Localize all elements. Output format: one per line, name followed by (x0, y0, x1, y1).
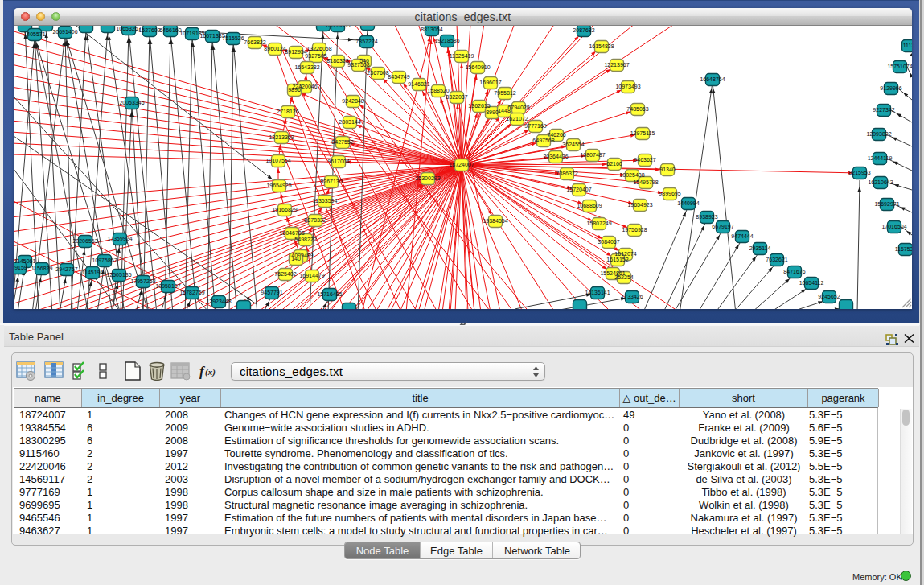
svg-text:19654923: 19654923 (627, 202, 652, 208)
svg-text:25300293: 25300293 (415, 175, 440, 181)
svg-text:8912954: 8912954 (285, 49, 306, 55)
svg-text:8990: 8990 (486, 109, 499, 115)
svg-text:16033809: 16033809 (325, 26, 350, 28)
svg-text:12444119: 12444119 (868, 155, 893, 161)
svg-text:2803144: 2803144 (339, 119, 360, 125)
svg-text:1448: 1448 (498, 108, 511, 113)
svg-text:8215953: 8215953 (848, 170, 870, 175)
svg-text:9617004: 9617004 (327, 159, 349, 164)
svg-text:1145061: 1145061 (14, 258, 36, 264)
svg-text:14136141: 14136141 (585, 290, 610, 295)
svg-text:10107554: 10107554 (265, 158, 290, 163)
svg-text:10973493: 10973493 (615, 84, 640, 89)
svg-text:2935114: 2935114 (749, 245, 771, 251)
svg-text:7515526: 7515526 (222, 35, 244, 41)
svg-text:10807487: 10807487 (580, 152, 605, 158)
svg-text:19166829: 19166829 (272, 207, 297, 212)
svg-text:8186328: 8186328 (326, 58, 348, 64)
svg-text:15751074: 15751074 (887, 64, 912, 69)
svg-text:8427552: 8427552 (331, 139, 353, 145)
svg-text:17957253: 17957253 (130, 278, 155, 284)
svg-text:11353594: 11353594 (313, 198, 338, 204)
svg-text:1615152: 1615152 (606, 257, 628, 262)
svg-text:746266: 746266 (547, 132, 565, 138)
svg-text:1405571: 1405571 (23, 31, 45, 37)
svg-text:2367608: 2367608 (367, 70, 388, 76)
svg-text:17016504: 17016504 (881, 224, 906, 229)
svg-text:19654925: 19654925 (266, 183, 291, 188)
svg-text:9474444: 9474444 (731, 233, 753, 239)
svg-text:8454749: 8454749 (388, 74, 409, 80)
svg-text:16210643: 16210643 (868, 179, 893, 185)
svg-text:1167533: 1167533 (895, 246, 912, 252)
svg-text:15720407: 15720407 (566, 187, 591, 192)
svg-text:8960124: 8960124 (264, 46, 285, 51)
svg-text:19756928: 19756928 (622, 227, 647, 233)
svg-text:7386372: 7386372 (556, 171, 577, 176)
svg-text:12923448: 12923448 (206, 299, 231, 304)
svg-text:11325419: 11325419 (450, 53, 474, 59)
svg-text:12505135: 12505135 (106, 272, 131, 278)
svg-text:9457791: 9457791 (261, 290, 282, 295)
svg-text:16154838: 16154838 (589, 43, 614, 49)
svg-text:1440994: 1440994 (677, 200, 699, 206)
svg-text:16671385: 16671385 (199, 33, 224, 39)
svg-text:9899695: 9899695 (659, 191, 680, 196)
svg-text:18724007: 18724007 (449, 162, 474, 167)
svg-text:3624554: 3624554 (562, 142, 584, 147)
svg-text:10958107: 10958107 (155, 283, 180, 289)
svg-text:9777169: 9777169 (524, 123, 546, 129)
svg-text:7955812: 7955812 (494, 90, 515, 96)
svg-text:20364436: 20364436 (543, 154, 568, 159)
svg-text:9327508: 9327508 (347, 62, 369, 68)
svg-text:12975115: 12975115 (630, 130, 655, 136)
svg-text:10975867: 10975867 (92, 257, 117, 263)
svg-text:9146821: 9146821 (408, 81, 429, 87)
svg-text:15692971: 15692971 (874, 201, 899, 207)
svg-text:9463627: 9463627 (634, 157, 655, 163)
svg-text:15716485: 15716485 (317, 291, 342, 297)
svg-text:20053346: 20053346 (119, 100, 144, 105)
svg-text:7663822: 7663822 (244, 39, 265, 45)
svg-text:19218586: 19218586 (434, 38, 459, 43)
svg-text:7632621: 7632621 (766, 257, 787, 262)
svg-text:6679197: 6679197 (712, 224, 733, 229)
svg-text:10025438: 10025438 (619, 172, 644, 178)
svg-text:7357224: 7357224 (355, 39, 377, 44)
svg-text:39159: 39159 (14, 265, 27, 270)
svg-text:1362615: 1362615 (468, 103, 490, 109)
svg-text:2942757: 2942757 (55, 266, 77, 272)
svg-text:8813054: 8813054 (421, 27, 442, 32)
svg-text:1696017: 1696017 (479, 80, 501, 85)
svg-text:1621072: 1621072 (506, 116, 528, 122)
svg-text:7485063: 7485063 (626, 106, 648, 112)
svg-text:91340: 91340 (659, 167, 676, 172)
svg-text:252254: 252254 (614, 274, 633, 280)
svg-text:19384554: 19384554 (483, 218, 507, 224)
svg-text:16046788: 16046788 (279, 230, 304, 236)
svg-text:16914479: 16914479 (299, 273, 324, 278)
svg-text:140: 140 (291, 256, 301, 262)
svg-text:9242848: 9242848 (342, 98, 363, 104)
svg-text:62160: 62160 (606, 161, 622, 167)
svg-text:(x): (x) (205, 367, 216, 377)
svg-text:1145194: 1145194 (82, 270, 104, 275)
svg-text:9896: 9896 (288, 87, 301, 93)
svg-text:12093822: 12093822 (866, 131, 891, 137)
svg-text:9227342: 9227342 (873, 107, 894, 113)
svg-text:8471676: 8471676 (783, 269, 805, 274)
svg-text:2087682: 2087682 (573, 27, 594, 33)
svg-text:9327505: 9327505 (305, 53, 326, 59)
svg-text:12213967: 12213967 (604, 62, 629, 68)
svg-text:6466160: 6466160 (159, 27, 181, 33)
svg-text:8322037: 8322037 (446, 94, 467, 100)
svg-text:1112: 1112 (903, 43, 912, 48)
svg-text:9245652: 9245652 (818, 294, 840, 299)
svg-text:3084067: 3084067 (598, 239, 619, 245)
svg-text:1527602: 1527602 (138, 27, 160, 33)
svg-text:17359924: 17359924 (107, 236, 132, 241)
svg-text:1588520: 1588520 (427, 88, 449, 93)
svg-text:8878332: 8878332 (304, 217, 326, 223)
svg-text:20206563: 20206563 (72, 238, 97, 244)
svg-text:1733426: 1733426 (621, 294, 643, 299)
